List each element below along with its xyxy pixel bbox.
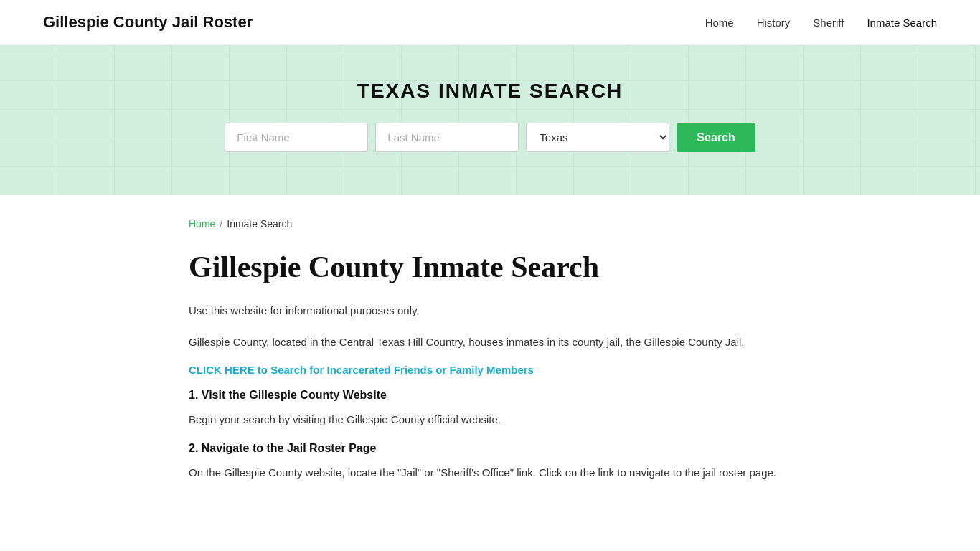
- search-banner: TEXAS INMATE SEARCH TexasAlabamaAlaskaAr…: [0, 45, 980, 195]
- state-select[interactable]: TexasAlabamaAlaskaArizonaArkansasCalifor…: [526, 123, 669, 152]
- section-2-text: On the Gillespie County website, locate …: [189, 463, 791, 482]
- breadcrumb-current: Inmate Search: [227, 218, 292, 230]
- section-2-heading: 2. Navigate to the Jail Roster Page: [189, 442, 791, 455]
- site-logo[interactable]: Gillespie County Jail Roster: [43, 13, 253, 32]
- paragraph-2: Gillespie County, located in the Central…: [189, 333, 791, 352]
- last-name-input[interactable]: [375, 123, 519, 152]
- first-name-input[interactable]: [225, 123, 368, 152]
- cta-link[interactable]: CLICK HERE to Search for Incarcerated Fr…: [189, 364, 791, 376]
- search-form: TexasAlabamaAlaskaArizonaArkansasCalifor…: [14, 123, 966, 152]
- main-content: Home / Inmate Search Gillespie County In…: [146, 195, 834, 537]
- breadcrumb-home[interactable]: Home: [189, 218, 215, 230]
- nav-home[interactable]: Home: [705, 17, 734, 29]
- search-button[interactable]: Search: [677, 123, 755, 152]
- breadcrumb: Home / Inmate Search: [189, 218, 791, 230]
- nav-history[interactable]: History: [757, 17, 791, 29]
- paragraph-1: Use this website for informational purpo…: [189, 301, 791, 320]
- section-1-heading: 1. Visit the Gillespie County Website: [189, 389, 791, 402]
- nav-sheriff[interactable]: Sheriff: [813, 17, 844, 29]
- nav-inmate-search[interactable]: Inmate Search: [867, 17, 937, 29]
- breadcrumb-separator: /: [220, 218, 222, 230]
- banner-heading: TEXAS INMATE SEARCH: [14, 80, 966, 103]
- main-nav: Home History Sheriff Inmate Search: [705, 17, 937, 29]
- page-title: Gillespie County Inmate Search: [189, 250, 791, 284]
- section-1-text: Begin your search by visiting the Gilles…: [189, 410, 791, 429]
- site-header: Gillespie County Jail Roster Home Histor…: [0, 0, 980, 45]
